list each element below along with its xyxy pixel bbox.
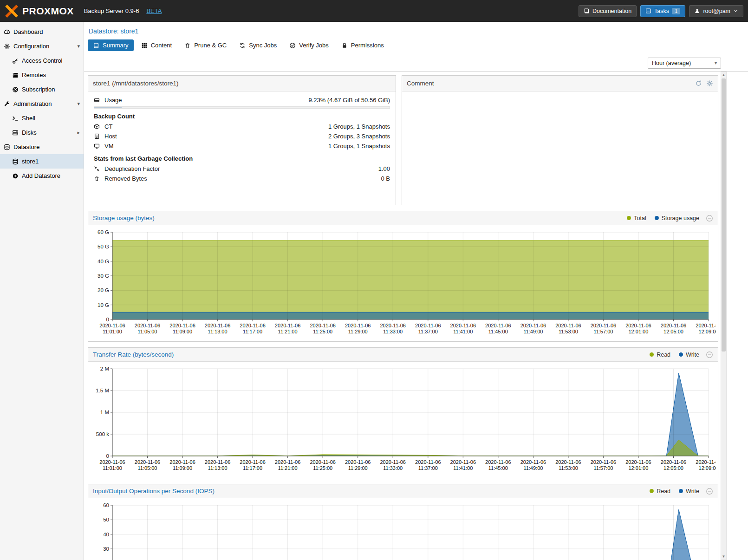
legend-item-storage-usage[interactable]: Storage usage bbox=[655, 215, 699, 221]
legend-item-read[interactable]: Read bbox=[650, 352, 670, 358]
sidebar-item-add-datastore[interactable]: Add Datastore bbox=[0, 169, 84, 183]
svg-text:11:33:00: 11:33:00 bbox=[383, 465, 403, 471]
backup-count-row-host: Host 2 Groups, 3 Snapshots bbox=[94, 131, 390, 141]
svg-text:50 G: 50 G bbox=[98, 244, 109, 249]
reload-icon[interactable] bbox=[695, 80, 702, 87]
tab-label: Sync Jobs bbox=[249, 42, 277, 49]
legend-dot bbox=[627, 216, 631, 220]
scrollbar-thumb[interactable] bbox=[722, 78, 726, 352]
backup-count-row-vm: VM 1 Groups, 1 Snapshots bbox=[94, 141, 390, 151]
legend-dot bbox=[679, 489, 683, 493]
comment-panel: Comment bbox=[402, 75, 718, 205]
svg-text:11:53:00: 11:53:00 bbox=[559, 329, 578, 334]
proxmox-logo-icon bbox=[5, 5, 19, 18]
svg-text:2020-11-06: 2020-11-06 bbox=[625, 459, 651, 465]
collapse-panel-icon[interactable] bbox=[706, 215, 713, 222]
gc-stats-title: Stats from last Garbage Collection bbox=[94, 155, 390, 162]
sidebar-item-label: store1 bbox=[22, 158, 39, 165]
beta-link[interactable]: BETA bbox=[146, 7, 162, 14]
brand-name: PROXMOX bbox=[22, 6, 74, 17]
svg-text:60 G: 60 G bbox=[98, 229, 109, 235]
sidebar-item-configuration[interactable]: Configuration ▾ bbox=[0, 39, 84, 53]
svg-text:11:53:00: 11:53:00 bbox=[559, 465, 578, 471]
collapse-panel-icon[interactable] bbox=[706, 351, 713, 358]
legend-item-write[interactable]: Write bbox=[679, 352, 699, 358]
tab-permissions[interactable]: Permissions bbox=[336, 39, 389, 51]
legend-item-total[interactable]: Total bbox=[627, 215, 646, 221]
vertical-scrollbar[interactable]: ▲ ▼ bbox=[721, 72, 727, 560]
brand: PROXMOX Backup Server 0.9-6 BETA bbox=[5, 5, 162, 18]
svg-text:2020-11-06: 2020-11-06 bbox=[520, 323, 546, 328]
collapse-arrow-icon[interactable]: ▾ bbox=[77, 101, 80, 107]
svg-text:11:37:00: 11:37:00 bbox=[418, 329, 438, 334]
usage-label: Usage bbox=[104, 97, 122, 104]
sidebar-item-administration[interactable]: Administration ▾ bbox=[0, 97, 84, 111]
cube-icon bbox=[94, 124, 100, 130]
svg-text:11:33:00: 11:33:00 bbox=[383, 329, 403, 334]
compress-icon bbox=[94, 166, 100, 172]
check-circle-icon bbox=[289, 42, 296, 49]
legend-item-write[interactable]: Write bbox=[679, 488, 699, 495]
sidebar-item-dashboard[interactable]: Dashboard bbox=[0, 25, 84, 39]
svg-text:2020-11-06: 2020-11-06 bbox=[345, 323, 371, 328]
sidebar-item-label: Configuration bbox=[13, 43, 49, 50]
sidebar-item-store1[interactable]: store1 bbox=[0, 154, 84, 169]
book-icon bbox=[584, 8, 590, 14]
svg-text:11:37:00: 11:37:00 bbox=[418, 465, 438, 471]
app-header: PROXMOX Backup Server 0.9-6 BETA Documen… bbox=[0, 0, 748, 22]
legend-dot bbox=[655, 216, 659, 220]
svg-text:11:01:00: 11:01:00 bbox=[103, 465, 122, 471]
scroll-down-icon[interactable]: ▼ bbox=[721, 553, 726, 560]
svg-text:11:49:00: 11:49:00 bbox=[523, 465, 543, 471]
scroll-up-icon[interactable]: ▲ bbox=[721, 72, 726, 78]
documentation-button[interactable]: Documentation bbox=[579, 5, 637, 17]
svg-text:1.5 M: 1.5 M bbox=[96, 388, 109, 393]
gc-stat-value: 1.00 bbox=[378, 165, 390, 172]
chart-title: Transfer Rate (bytes/second) bbox=[93, 351, 174, 358]
collapse-arrow-icon[interactable]: ▾ bbox=[77, 43, 80, 49]
gear-icon[interactable] bbox=[706, 80, 713, 87]
svg-text:2020-11-06: 2020-11-06 bbox=[696, 459, 716, 465]
svg-text:2020-11-06: 2020-11-06 bbox=[310, 323, 335, 328]
svg-text:0: 0 bbox=[106, 317, 109, 322]
sidebar-item-label: Disks bbox=[22, 129, 37, 136]
terminal-icon bbox=[12, 115, 19, 122]
sidebar-item-access-control[interactable]: Access Control bbox=[0, 53, 84, 68]
transfer-rate-chart: 0500 k1 M1.5 M2 M2020-11-0611:01:002020-… bbox=[89, 364, 716, 475]
tab-content[interactable]: Content bbox=[136, 39, 177, 51]
collapse-panel-icon[interactable] bbox=[706, 488, 713, 495]
time-range-select[interactable]: Hour (average) ▾ bbox=[648, 58, 721, 69]
expand-arrow-icon[interactable]: ▸ bbox=[77, 130, 80, 136]
svg-text:11:57:00: 11:57:00 bbox=[593, 465, 613, 471]
usage-row: Usage 9.23% (4.67 GiB of 50.56 GiB) bbox=[94, 95, 390, 105]
iops-chart: 01020304050602020-11-0611:01:002020-11-0… bbox=[89, 501, 716, 560]
svg-text:11:05:00: 11:05:00 bbox=[137, 329, 157, 334]
tasks-button[interactable]: Tasks 1 bbox=[640, 5, 685, 17]
svg-text:2020-11-06: 2020-11-06 bbox=[275, 459, 300, 465]
backup-count-value: 1 Groups, 1 Snapshots bbox=[328, 123, 390, 130]
svg-text:2020-11-06: 2020-11-06 bbox=[555, 323, 581, 328]
usage-bar-fill bbox=[94, 107, 122, 108]
backup-type-label: Host bbox=[104, 133, 117, 140]
backup-count-value: 1 Groups, 1 Snapshots bbox=[328, 143, 390, 150]
svg-text:2020-11-06: 2020-11-06 bbox=[310, 459, 335, 465]
svg-text:2020-11-06: 2020-11-06 bbox=[275, 323, 300, 328]
lock-icon bbox=[341, 42, 348, 49]
tab-sync-jobs[interactable]: Sync Jobs bbox=[234, 39, 282, 51]
svg-text:2020-11-06: 2020-11-06 bbox=[485, 459, 511, 465]
tab-summary[interactable]: Summary bbox=[88, 39, 134, 51]
sidebar-item-disks[interactable]: Disks ▸ bbox=[0, 125, 84, 140]
svg-text:60: 60 bbox=[103, 502, 109, 508]
sidebar-item-remotes[interactable]: Remotes bbox=[0, 68, 84, 82]
sidebar-item-label: Datastore bbox=[13, 143, 39, 150]
sidebar-item-shell[interactable]: Shell bbox=[0, 111, 84, 125]
sidebar-item-datastore[interactable]: Datastore bbox=[0, 140, 84, 154]
legend-item-read[interactable]: Read bbox=[650, 488, 670, 495]
svg-text:12:05:00: 12:05:00 bbox=[663, 329, 683, 334]
tab-verify-jobs[interactable]: Verify Jobs bbox=[284, 39, 334, 51]
tab-label: Content bbox=[151, 42, 172, 49]
comment-body[interactable] bbox=[402, 91, 718, 205]
sidebar-item-subscription[interactable]: Subscription bbox=[0, 82, 84, 97]
user-menu-button[interactable]: root@pam bbox=[689, 5, 743, 17]
tab-prune-gc[interactable]: Prune & GC bbox=[179, 39, 232, 51]
